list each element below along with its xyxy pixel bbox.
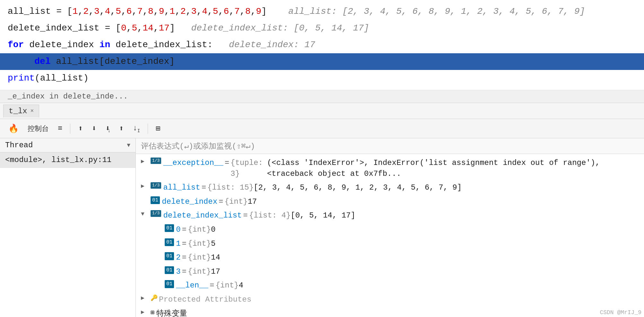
type-badge-var-all-list: 1/3 bbox=[151, 182, 161, 189]
var-row-var-len[interactable]: 01__len__ = {int} 4 bbox=[136, 278, 644, 293]
code-line-line3: for delete_index in delete_index_list: d… bbox=[0, 37, 644, 53]
step-over-icon: ⬆ bbox=[78, 124, 83, 133]
var-value-var-exception: (<class 'IndexError'>, IndexError('list … bbox=[267, 158, 639, 179]
var-equals-var-2: = bbox=[182, 252, 187, 263]
var-meta-var-1: {int} bbox=[188, 238, 211, 249]
fire-icon: 🔥 bbox=[8, 124, 19, 134]
var-row-var-special[interactable]: ▶⊞特殊变量 bbox=[136, 307, 644, 317]
var-meta-var-exception: {tuple: 3} bbox=[231, 158, 267, 179]
toolbar-menu-button[interactable]: ≡ bbox=[55, 123, 65, 134]
var-equals-var-all-list: = bbox=[202, 182, 206, 193]
toolbar-fire-button[interactable]: 🔥 bbox=[5, 122, 22, 135]
var-meta-var-len: {int} bbox=[215, 280, 239, 291]
var-meta-var-3: {int} bbox=[188, 266, 211, 277]
type-badge-var-0: 01 bbox=[165, 224, 174, 232]
var-meta-var-all-list: {list: 15} bbox=[207, 182, 254, 193]
thread-dropdown-arrow[interactable]: ▼ bbox=[127, 142, 130, 149]
type-badge-var-1: 01 bbox=[165, 238, 174, 246]
tab-close-button[interactable]: × bbox=[30, 108, 34, 114]
code-text: all_list = [1,2,3,4,5,6,7,8,9,1,2,3,4,5,… bbox=[8, 5, 585, 18]
step-out-icon: ⬇↓ bbox=[105, 124, 110, 133]
thread-label: Thread bbox=[5, 141, 33, 150]
code-text: delete_index_list = [0,5,14,17] delete_i… bbox=[8, 21, 369, 35]
expand-arrow-var-special[interactable]: ▶ bbox=[141, 308, 149, 316]
var-name-var-len: __len__ bbox=[176, 280, 208, 291]
console-label: 控制台 bbox=[28, 124, 49, 133]
toolbar-run-to-cursor-button[interactable]: ⬆ bbox=[116, 123, 127, 134]
var-name-var-all-list: all_list bbox=[163, 182, 200, 193]
var-row-var-exception[interactable]: ▶1/3__exception__ = {tuple: 3} (<class '… bbox=[136, 156, 644, 181]
expand-arrow-var-exception[interactable]: ▶ bbox=[141, 158, 149, 166]
var-value-var-delete-index-list: [0, 5, 14, 17] bbox=[291, 210, 355, 221]
var-value-var-0: 0 bbox=[211, 224, 215, 235]
highlight-bar bbox=[8, 55, 10, 69]
code-text: print(all_list) bbox=[8, 72, 89, 85]
var-meta-var-0: {int} bbox=[188, 224, 211, 235]
thread-panel: Thread ▼ <module>, list_lx.py:11 bbox=[0, 138, 136, 317]
evaluate-icon: ↓I bbox=[133, 124, 140, 133]
watermark: CSDN @MrIJ_9 bbox=[600, 309, 641, 316]
var-value-var-3: 17 bbox=[211, 266, 220, 277]
code-line-line1: all_list = [1,2,3,4,5,6,7,8,9,1,2,3,4,5,… bbox=[0, 3, 644, 20]
var-name-var-delete-index-list: delete_index_list bbox=[163, 210, 242, 221]
variables-list: ▶1/3__exception__ = {tuple: 3} (<class '… bbox=[136, 154, 644, 317]
expand-arrow-var-all-list[interactable]: ▶ bbox=[141, 182, 149, 190]
var-name-var-exception: __exception__ bbox=[163, 158, 223, 168]
stack-trace-text: _e_index in delete_inde... bbox=[8, 92, 128, 101]
var-equals-var-exception: = bbox=[225, 158, 229, 168]
var-value-var-1: 5 bbox=[211, 238, 215, 249]
var-name-var-delete-index: delete_index bbox=[162, 196, 217, 207]
var-name-var-3: 3 bbox=[176, 266, 180, 277]
toolbar-step-over-button[interactable]: ⬆ bbox=[75, 123, 86, 134]
step-into-icon: ⬇ bbox=[92, 124, 96, 133]
var-value-var-len: 4 bbox=[239, 280, 243, 291]
var-row-var-2[interactable]: 012 = {int} 14 bbox=[136, 251, 644, 265]
tab-item[interactable]: t_lx × bbox=[3, 105, 39, 117]
var-equals-var-1: = bbox=[182, 238, 187, 249]
var-meta-var-2: {int} bbox=[188, 252, 211, 263]
var-meta-var-delete-index: {int} bbox=[224, 196, 248, 207]
var-equals-var-delete-index-list: = bbox=[243, 210, 248, 221]
tab-label: t_lx bbox=[9, 107, 27, 116]
var-value-var-2: 14 bbox=[211, 252, 220, 263]
var-row-var-delete-index[interactable]: 01delete_index = {int} 17 bbox=[136, 195, 644, 209]
var-row-var-delete-index-list[interactable]: ▼1/3delete_index_list = {list: 4} [0, 5,… bbox=[136, 209, 644, 223]
debug-panel: Thread ▼ <module>, list_lx.py:11 评估表达式(↵… bbox=[0, 138, 644, 317]
var-row-var-protected[interactable]: ▶🔑Protected Attributes bbox=[136, 293, 644, 307]
toolbar-separator bbox=[70, 124, 70, 134]
var-meta-var-delete-index-list: {list: 4} bbox=[249, 210, 291, 221]
type-badge-var-delete-index-list: 1/3 bbox=[151, 210, 161, 217]
type-badge-var-3: 01 bbox=[165, 266, 174, 274]
toolbar-console-button[interactable]: 控制台 bbox=[24, 123, 52, 135]
var-row-var-3[interactable]: 013 = {int} 17 bbox=[136, 265, 644, 279]
code-line-line2: delete_index_list = [0,5,14,17] delete_i… bbox=[0, 20, 644, 37]
toolbar-step-into-button[interactable]: ⬇ bbox=[89, 123, 100, 134]
toolbar-evaluate-button[interactable]: ↓I bbox=[129, 123, 143, 135]
thread-stack-item[interactable]: <module>, list_lx.py:11 bbox=[0, 152, 135, 168]
var-name-var-2: 2 bbox=[176, 252, 180, 263]
code-line-line5: print(all_list) bbox=[0, 70, 644, 87]
key-icon: 🔑 bbox=[151, 294, 158, 302]
run-to-cursor-icon: ⬆ bbox=[119, 124, 124, 133]
toolbar-grid-button[interactable]: ⊞ bbox=[152, 123, 163, 134]
special-label: 特殊变量 bbox=[156, 308, 187, 317]
thread-header: Thread ▼ bbox=[0, 138, 135, 152]
var-name-var-1: 1 bbox=[176, 238, 180, 249]
special-icon: ⊞ bbox=[151, 308, 154, 317]
var-equals-var-3: = bbox=[182, 266, 187, 277]
var-row-var-all-list[interactable]: ▶1/3all_list = {list: 15} [2, 3, 4, 5, 6… bbox=[136, 181, 644, 195]
eval-bar[interactable]: 评估表达式(↵)或添加监视(⇧⌘↵) bbox=[136, 138, 644, 154]
var-value-var-all-list: [2, 3, 4, 5, 6, 8, 9, 1, 2, 3, 4, 5, 6, … bbox=[254, 182, 462, 193]
var-equals-var-delete-index: = bbox=[219, 196, 223, 207]
toolbar-separator2 bbox=[148, 124, 148, 134]
menu-icon: ≡ bbox=[58, 124, 62, 133]
var-row-var-1[interactable]: 011 = {int} 5 bbox=[136, 237, 644, 251]
variables-panel: 评估表达式(↵)或添加监视(⇧⌘↵) ▶1/3__exception__ = {… bbox=[136, 138, 644, 317]
expand-arrow-var-delete-index-list[interactable]: ▼ bbox=[141, 210, 149, 218]
toolbar-step-out-button[interactable]: ⬇↓ bbox=[102, 123, 113, 134]
expand-arrow-var-protected[interactable]: ▶ bbox=[141, 294, 149, 302]
stack-trace-bar: _e_index in delete_inde... bbox=[0, 90, 644, 103]
var-row-var-0[interactable]: 010 = {int} 0 bbox=[136, 223, 644, 237]
code-area: all_list = [1,2,3,4,5,6,7,8,9,1,2,3,4,5,… bbox=[0, 0, 644, 90]
code-text: for delete_index in delete_index_list: d… bbox=[8, 38, 315, 52]
